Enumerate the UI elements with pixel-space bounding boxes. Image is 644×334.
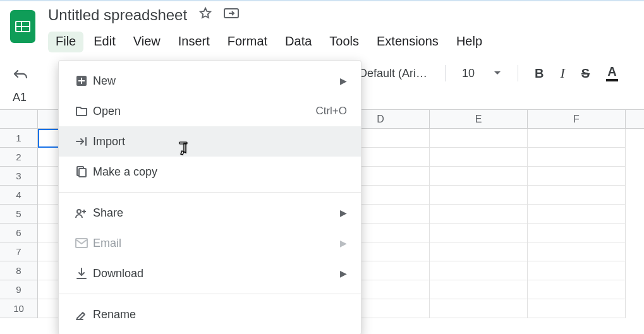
- folder-icon: [70, 105, 93, 117]
- cell[interactable]: [528, 280, 626, 299]
- cell[interactable]: [528, 186, 626, 205]
- cell[interactable]: [430, 205, 528, 224]
- cell[interactable]: [430, 280, 528, 299]
- row-header[interactable]: 10: [0, 299, 38, 318]
- file-new[interactable]: New ▶: [59, 66, 361, 96]
- menu-insert[interactable]: Insert: [171, 32, 217, 52]
- menu-label: New: [93, 75, 340, 88]
- col-header[interactable]: F: [528, 110, 626, 128]
- row-header[interactable]: 2: [0, 148, 38, 167]
- chevron-down-icon: [494, 71, 501, 76]
- menu-label: Download: [93, 267, 340, 280]
- cell[interactable]: [430, 186, 528, 205]
- svg-rect-3: [78, 80, 85, 81]
- menu-view[interactable]: View: [126, 32, 168, 52]
- submenu-arrow-icon: ▶: [340, 238, 347, 248]
- menu-edit[interactable]: Edit: [86, 32, 123, 52]
- header: Untitled spreadsheet File Edit View Inse…: [0, 1, 644, 57]
- menu-label: Make a copy: [93, 165, 347, 179]
- menu-label: Rename: [93, 308, 347, 321]
- cell[interactable]: [430, 129, 528, 148]
- menu-tools[interactable]: Tools: [322, 32, 367, 52]
- copy-icon: [70, 165, 93, 178]
- cell[interactable]: [430, 299, 528, 318]
- row-header[interactable]: 8: [0, 261, 38, 280]
- import-icon: [70, 136, 93, 146]
- row-header[interactable]: 6: [0, 224, 38, 242]
- rename-icon: [70, 309, 93, 320]
- menu-label: Share: [93, 206, 340, 220]
- row-header[interactable]: 1: [0, 129, 38, 148]
- row-header[interactable]: 5: [0, 205, 38, 224]
- move-icon[interactable]: [224, 7, 239, 23]
- cell[interactable]: [430, 167, 528, 186]
- submenu-arrow-icon: ▶: [340, 268, 347, 278]
- file-rename[interactable]: Rename: [59, 299, 361, 330]
- file-download[interactable]: Download ▶: [59, 258, 361, 289]
- menu-format[interactable]: Format: [220, 32, 275, 52]
- font-picker[interactable]: Default (Ari…: [359, 67, 428, 80]
- shortcut: Ctrl+O: [315, 105, 347, 117]
- cell[interactable]: [430, 148, 528, 167]
- separator: [59, 192, 361, 193]
- undo-button[interactable]: [13, 67, 29, 80]
- cell[interactable]: [528, 148, 626, 167]
- menu-help[interactable]: Help: [449, 32, 490, 52]
- email-icon: [70, 238, 93, 248]
- italic-button[interactable]: I: [560, 65, 564, 81]
- font-size: 10: [462, 67, 475, 80]
- file-dropdown: New ▶ Open Ctrl+O Import Make a copy Sha…: [58, 60, 361, 334]
- select-all-corner[interactable]: [0, 110, 38, 128]
- row-header[interactable]: 9: [0, 280, 38, 299]
- menu-label: Email: [93, 237, 340, 250]
- cell[interactable]: [528, 299, 626, 318]
- cell[interactable]: [528, 261, 626, 280]
- svg-rect-4: [79, 169, 86, 177]
- submenu-arrow-icon: ▶: [340, 208, 347, 218]
- cell[interactable]: [528, 129, 626, 148]
- separator: [518, 65, 518, 81]
- separator: [445, 65, 446, 81]
- separator: [59, 294, 361, 294]
- submenu-arrow-icon: ▶: [340, 76, 347, 86]
- strike-button[interactable]: S: [581, 66, 590, 81]
- row-header[interactable]: 3: [0, 167, 38, 186]
- cell[interactable]: [430, 261, 528, 280]
- cell[interactable]: [528, 224, 626, 242]
- col-header[interactable]: E: [430, 110, 528, 128]
- file-email: Email ▶: [59, 228, 361, 258]
- font-size-picker[interactable]: 10: [462, 67, 501, 80]
- font-name: Default (Ari…: [359, 67, 427, 80]
- menu-label: Import: [93, 135, 347, 148]
- star-icon[interactable]: [198, 6, 212, 24]
- download-icon: [70, 267, 93, 280]
- menu-file[interactable]: File: [48, 32, 83, 52]
- svg-point-5: [77, 210, 81, 213]
- file-make-copy[interactable]: Make a copy: [59, 157, 361, 187]
- menu-extensions[interactable]: Extensions: [369, 32, 446, 52]
- cell[interactable]: [528, 205, 626, 224]
- cell[interactable]: [430, 224, 528, 242]
- text-color-button[interactable]: A: [606, 65, 617, 81]
- sheets-logo[interactable]: [10, 10, 35, 43]
- cell[interactable]: [528, 167, 626, 186]
- file-import[interactable]: Import: [59, 126, 361, 157]
- row-header[interactable]: 7: [0, 242, 38, 261]
- bold-button[interactable]: B: [535, 66, 544, 81]
- share-icon: [70, 207, 93, 218]
- file-open[interactable]: Open Ctrl+O: [59, 96, 361, 126]
- new-icon: [70, 75, 93, 87]
- cell[interactable]: [430, 242, 528, 261]
- cell[interactable]: [528, 242, 626, 261]
- file-share[interactable]: Share ▶: [59, 198, 361, 228]
- menubar: File Edit View Insert Format Data Tools …: [48, 32, 490, 52]
- menu-data[interactable]: Data: [277, 32, 319, 52]
- menu-label: Open: [93, 105, 315, 118]
- row-header[interactable]: 4: [0, 186, 38, 205]
- doc-title[interactable]: Untitled spreadsheet: [48, 6, 187, 24]
